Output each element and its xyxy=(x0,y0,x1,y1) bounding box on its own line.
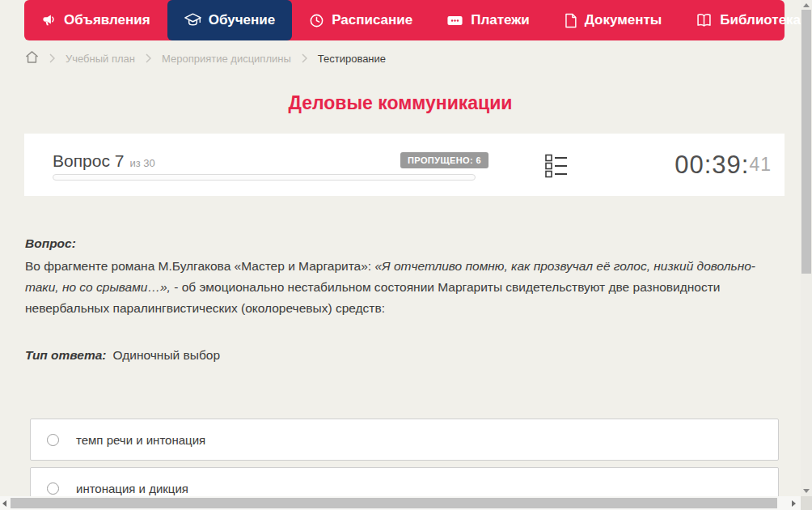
nav-item-payments[interactable]: Платежи xyxy=(429,0,547,40)
countdown-timer: 00:39:41 xyxy=(675,134,772,196)
answer-option-label: интонация и дикция xyxy=(76,482,188,495)
nav-item-label: Расписание xyxy=(332,12,412,28)
question-number: Вопрос 7из 30 xyxy=(53,151,155,171)
home-icon[interactable] xyxy=(25,50,39,66)
page-title: Деловые коммуникации xyxy=(0,92,801,114)
breadcrumb-item-testing: Тестирование xyxy=(318,53,386,65)
breadcrumb-item-discipline-event[interactable]: Мероприятие дисциплины xyxy=(162,53,291,65)
test-page: Объявления Обучение Расписание Платежи Д… xyxy=(0,0,812,510)
chevron-right-icon xyxy=(146,53,151,63)
nav-item-label: Объявления xyxy=(64,12,150,28)
main-navigation: Объявления Обучение Расписание Платежи Д… xyxy=(24,0,785,40)
answer-type-label: Тип ответа: xyxy=(25,348,107,362)
nav-item-label: Библиотека xyxy=(720,12,801,28)
book-icon xyxy=(696,12,713,28)
scrollbar-corner xyxy=(801,496,812,510)
question-list-icon[interactable] xyxy=(545,154,567,181)
question-header-card: Вопрос 7из 30 ПРОПУЩЕНО: 6 00:39:41 xyxy=(24,134,785,196)
answer-type-row: Тип ответа:Одиночный выбор xyxy=(25,348,220,363)
answer-option-label: темп речи и интонация xyxy=(76,433,205,447)
answer-type-value: Одиночный выбор xyxy=(113,348,221,362)
graduation-cap-icon xyxy=(184,12,201,28)
clock-icon xyxy=(309,13,324,28)
test-progress-bar xyxy=(53,174,476,181)
timer-seconds: 41 xyxy=(749,154,772,176)
horizontal-scrollbar-thumb[interactable] xyxy=(11,498,777,508)
horizontal-scrollbar[interactable] xyxy=(0,496,801,510)
scroll-down-icon[interactable] xyxy=(803,489,810,493)
nav-item-learning[interactable]: Обучение xyxy=(167,0,292,40)
timer-hours-minutes: 00:39: xyxy=(675,151,749,180)
breadcrumb: Учебный план Мероприятие дисциплины Тест… xyxy=(25,50,386,66)
document-icon xyxy=(564,13,577,28)
nav-item-label: Документы xyxy=(585,12,662,28)
nav-item-library[interactable]: Библиотека xyxy=(679,0,812,40)
chevron-right-icon xyxy=(49,53,55,63)
skipped-status-badge: ПРОПУЩЕНО: 6 xyxy=(400,152,488,168)
vertical-scrollbar-thumb[interactable] xyxy=(801,10,811,274)
vertical-scrollbar[interactable] xyxy=(801,0,812,496)
breadcrumb-item-curriculum[interactable]: Учебный план xyxy=(66,53,135,65)
nav-item-announcements[interactable]: Объявления xyxy=(24,0,167,40)
megaphone-icon xyxy=(41,13,57,28)
nav-item-schedule[interactable]: Расписание xyxy=(292,0,429,40)
question-number-label: Вопрос 7 xyxy=(53,151,124,170)
question-count-label: из 30 xyxy=(129,157,154,169)
nav-item-documents[interactable]: Документы xyxy=(547,0,679,40)
scroll-left-icon[interactable] xyxy=(2,500,6,507)
answer-option-1[interactable]: темп речи и интонация xyxy=(30,419,779,461)
nav-item-label: Платежи xyxy=(471,12,530,28)
credit-card-icon xyxy=(446,13,463,28)
chevron-right-icon xyxy=(302,53,307,63)
question-heading: Вопрос: xyxy=(25,236,76,251)
radio-button[interactable] xyxy=(47,434,59,446)
scroll-right-icon[interactable] xyxy=(792,500,796,507)
radio-button[interactable] xyxy=(47,482,59,495)
nav-item-label: Обучение xyxy=(209,12,275,28)
scroll-up-icon[interactable] xyxy=(803,3,810,7)
question-text-before-quote: Во фрагменте романа М.Булгакова «Мастер … xyxy=(25,259,374,273)
question-text: Во фрагменте романа М.Булгакова «Мастер … xyxy=(25,256,774,319)
